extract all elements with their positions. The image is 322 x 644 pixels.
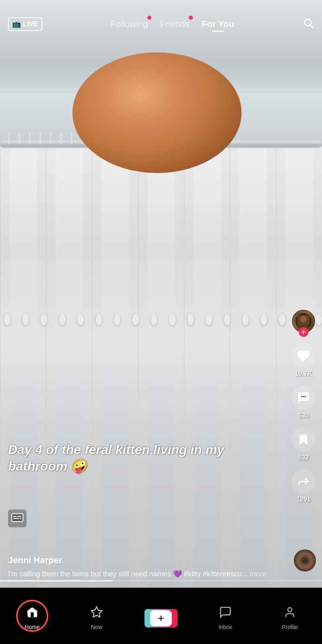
- creator-profile-item[interactable]: +: [291, 309, 316, 336]
- nav-tabs: Following Friends For You: [42, 19, 303, 29]
- pompom: [23, 314, 29, 325]
- now-icon: [90, 606, 103, 621]
- hook: [60, 133, 62, 144]
- live-button[interactable]: 📺 LIVE: [8, 17, 42, 31]
- pompom: [316, 314, 322, 325]
- tab-following[interactable]: Following: [111, 19, 148, 29]
- subtitle-button[interactable]: [8, 510, 27, 527]
- profile-icon: [284, 606, 296, 621]
- share-action[interactable]: 1291: [291, 469, 316, 503]
- pompom: [96, 314, 102, 325]
- svg-line-1: [310, 25, 313, 27]
- like-count: 19.7K: [295, 370, 312, 378]
- pompom: [261, 314, 267, 325]
- plus-inner: +: [150, 610, 172, 626]
- pompom: [114, 314, 120, 325]
- share-count: 1291: [296, 496, 311, 503]
- svg-rect-12: [13, 518, 19, 519]
- like-action[interactable]: 19.7K: [291, 344, 316, 378]
- more-link[interactable]: more: [250, 570, 266, 578]
- pompom: [242, 314, 249, 325]
- nav-item-add[interactable]: +: [129, 609, 193, 627]
- tab-for-you[interactable]: For You: [202, 19, 234, 29]
- inbox-icon: [219, 606, 232, 621]
- hook: [39, 133, 41, 144]
- comment-action[interactable]: 530: [291, 386, 316, 419]
- nav-item-inbox[interactable]: Inbox: [193, 606, 258, 630]
- inbox-label: Inbox: [219, 624, 232, 630]
- hook: [50, 133, 52, 144]
- svg-point-4: [300, 316, 307, 322]
- hook: [19, 133, 20, 144]
- hook: [8, 133, 10, 144]
- pompom: [206, 314, 212, 325]
- creator-avatar-container: +: [291, 309, 316, 334]
- plus-icon: +: [158, 612, 164, 625]
- music-disc[interactable]: [294, 549, 316, 572]
- tv-icon: 📺: [12, 20, 21, 29]
- tab-friends[interactable]: Friends: [160, 19, 190, 29]
- svg-point-15: [288, 608, 292, 612]
- svg-rect-11: [17, 516, 21, 517]
- pompom: [151, 314, 157, 325]
- video-progress-bar[interactable]: [0, 580, 322, 582]
- add-button[interactable]: +: [147, 609, 175, 627]
- cat-image: [72, 52, 242, 173]
- pompom: [224, 314, 231, 325]
- bookmark-icon-circle: [291, 427, 316, 452]
- pompom: [188, 314, 194, 325]
- pompom: [59, 314, 66, 325]
- search-button[interactable]: [303, 17, 314, 31]
- nav-item-now[interactable]: Now: [64, 606, 129, 630]
- nav-item-profile[interactable]: Profile: [258, 606, 322, 630]
- following-dot: [147, 16, 151, 20]
- pompom: [279, 314, 285, 325]
- comment-icon-circle: [291, 386, 316, 410]
- follow-button[interactable]: +: [299, 327, 308, 337]
- svg-marker-14: [91, 607, 102, 617]
- svg-rect-10: [13, 516, 17, 517]
- video-info: Jenni Harper I'm calling them the twins …: [8, 555, 286, 580]
- bottom-navigation: Home Now + Inbox: [0, 588, 322, 644]
- pompom: [4, 314, 10, 325]
- profile-label: Profile: [282, 624, 298, 630]
- pompom: [77, 314, 84, 325]
- pompom-decorations: [0, 314, 322, 325]
- svg-rect-9: [12, 514, 23, 522]
- hook: [71, 133, 72, 144]
- bookmark-count: 632: [298, 454, 309, 461]
- video-progress-fill: [0, 580, 113, 582]
- active-circle: [16, 600, 48, 632]
- svg-rect-13: [20, 518, 21, 519]
- friends-dot: [189, 16, 193, 20]
- nav-item-home[interactable]: Home: [0, 606, 64, 630]
- now-label: Now: [91, 624, 102, 630]
- action-sidebar: + 19.7K 530 632: [291, 309, 316, 503]
- live-label: LIVE: [23, 20, 38, 28]
- video-caption: Day 4 of the feral kitten living in my b…: [8, 442, 282, 475]
- description-text: I'm calling them the twins but they stil…: [8, 570, 248, 578]
- pompom: [41, 314, 47, 325]
- bookmark-action[interactable]: 632: [291, 427, 316, 461]
- share-icon-circle: [291, 469, 316, 493]
- comment-count: 530: [298, 412, 309, 419]
- pompom: [169, 314, 175, 325]
- pompom: [132, 314, 139, 325]
- author-username[interactable]: Jenni Harper: [8, 555, 286, 566]
- top-navigation: 📺 LIVE Following Friends For You: [0, 0, 322, 40]
- video-description: I'm calling them the twins but they stil…: [8, 569, 286, 580]
- svg-point-8: [304, 396, 306, 397]
- like-icon-circle: [291, 344, 316, 368]
- hook: [29, 133, 31, 144]
